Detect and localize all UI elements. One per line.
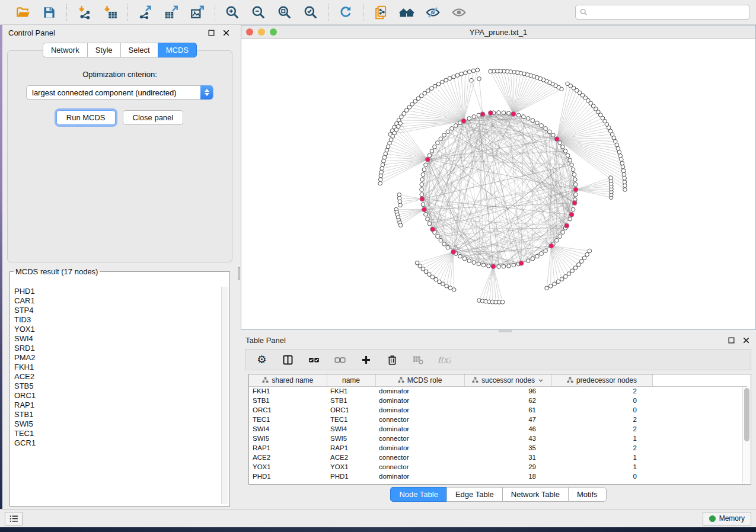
network-node[interactable] [568, 158, 572, 162]
network-node[interactable] [413, 100, 417, 104]
network-node[interactable] [418, 264, 422, 268]
mcds-result-item[interactable]: PHD1 [11, 287, 221, 296]
table-row[interactable]: ORC1ORC1dominator610 [249, 405, 747, 415]
network-node[interactable] [424, 270, 428, 274]
network-node[interactable] [455, 73, 460, 78]
mcds-result-item[interactable]: ORC1 [11, 391, 221, 400]
deselect-all-button[interactable] [333, 352, 347, 367]
mcds-result-item[interactable]: GCR1 [11, 438, 221, 448]
network-node[interactable] [436, 141, 440, 145]
network-node[interactable] [420, 178, 425, 182]
network-node[interactable] [544, 127, 548, 131]
network-node[interactable] [570, 163, 574, 167]
view-menu-button[interactable] [5, 512, 23, 525]
network-node[interactable] [452, 75, 456, 79]
float-table-panel-button[interactable] [726, 335, 736, 345]
network-node[interactable] [445, 284, 449, 288]
network-node[interactable] [489, 69, 493, 73]
network-node[interactable] [433, 145, 437, 149]
network-node[interactable] [497, 111, 501, 115]
network-node[interactable] [428, 273, 432, 277]
network-hub-node[interactable] [480, 112, 485, 117]
network-node[interactable] [382, 155, 387, 159]
mcds-result-item[interactable]: STB1 [11, 410, 221, 419]
network-node[interactable] [535, 121, 540, 125]
network-node[interactable] [404, 108, 409, 113]
network-node[interactable] [421, 203, 425, 207]
network-node[interactable] [398, 223, 403, 227]
zoom-fit-button[interactable] [276, 4, 294, 21]
import-network-button[interactable] [75, 4, 93, 21]
select-all-button[interactable] [307, 352, 321, 367]
mcds-result-item[interactable]: ACE2 [11, 372, 221, 382]
save-session-button[interactable] [40, 4, 58, 21]
network-node[interactable] [623, 188, 627, 192]
network-node[interactable] [382, 159, 386, 164]
network-node[interactable] [573, 178, 578, 182]
network-node[interactable] [428, 153, 432, 158]
network-node[interactable] [467, 70, 471, 74]
network-hub-node[interactable] [425, 157, 430, 162]
network-node[interactable] [446, 130, 450, 134]
network-hub-node[interactable] [430, 227, 435, 232]
tab-node-table[interactable]: Node Table [390, 487, 446, 502]
network-node[interactable] [407, 105, 412, 110]
network-node[interactable] [526, 117, 530, 121]
close-panel-button[interactable] [221, 28, 231, 38]
table-row[interactable]: FKH1FKH1dominator962 [249, 386, 747, 396]
network-node[interactable] [571, 207, 575, 211]
mcds-result-item[interactable]: YOX1 [11, 325, 221, 334]
network-node[interactable] [512, 263, 516, 267]
network-node[interactable] [609, 176, 613, 180]
tab-style[interactable]: Style [87, 43, 120, 57]
network-node[interactable] [623, 184, 627, 188]
table-row[interactable]: SWI4SWI4dominator462 [249, 424, 747, 434]
network-node[interactable] [561, 145, 565, 149]
network-node[interactable] [620, 158, 624, 162]
network-node[interactable] [379, 174, 383, 178]
mcds-result-item[interactable]: STP4 [11, 306, 221, 315]
table-settings-button[interactable]: ⚙ [254, 352, 269, 367]
network-node[interactable] [566, 82, 570, 86]
network-node[interactable] [547, 130, 551, 134]
network-node[interactable] [531, 257, 535, 261]
network-node[interactable] [441, 282, 445, 286]
network-hub-node[interactable] [572, 201, 577, 206]
mcds-result-item[interactable]: STB5 [11, 382, 221, 391]
close-table-panel-button[interactable] [741, 335, 751, 345]
network-node[interactable] [535, 254, 540, 258]
network-node[interactable] [558, 141, 562, 145]
tab-select[interactable]: Select [120, 43, 158, 57]
network-hub-node[interactable] [554, 137, 559, 142]
network-node[interactable] [426, 89, 430, 93]
tab-motifs[interactable]: Motifs [568, 487, 607, 502]
network-hub-node[interactable] [422, 207, 426, 212]
network-node[interactable] [454, 124, 458, 128]
network-node[interactable] [500, 300, 505, 305]
network-node[interactable] [585, 252, 589, 257]
network-node[interactable] [410, 102, 414, 107]
network-node[interactable] [554, 238, 559, 242]
network-node[interactable] [481, 263, 486, 267]
network-node[interactable] [462, 257, 467, 261]
network-node[interactable] [531, 118, 535, 123]
network-node[interactable] [573, 182, 578, 187]
network-view-canvas[interactable] [241, 39, 755, 329]
network-node[interactable] [570, 269, 575, 273]
network-node[interactable] [446, 245, 450, 249]
new-network-from-selection-button[interactable] [372, 4, 390, 21]
network-node[interactable] [421, 267, 425, 271]
network-node[interactable] [378, 178, 382, 182]
network-node[interactable] [464, 71, 468, 75]
network-node[interactable] [563, 274, 567, 278]
network-node[interactable] [572, 172, 576, 177]
network-node[interactable] [540, 252, 544, 256]
export-network-button[interactable] [136, 4, 154, 21]
network-node[interactable] [450, 127, 454, 131]
network-node[interactable] [540, 124, 544, 128]
network-node[interactable] [568, 217, 572, 221]
mcds-result-item[interactable]: PMA2 [11, 353, 221, 363]
network-node[interactable] [470, 78, 474, 82]
network-node[interactable] [507, 111, 511, 116]
search-box[interactable] [575, 5, 750, 20]
